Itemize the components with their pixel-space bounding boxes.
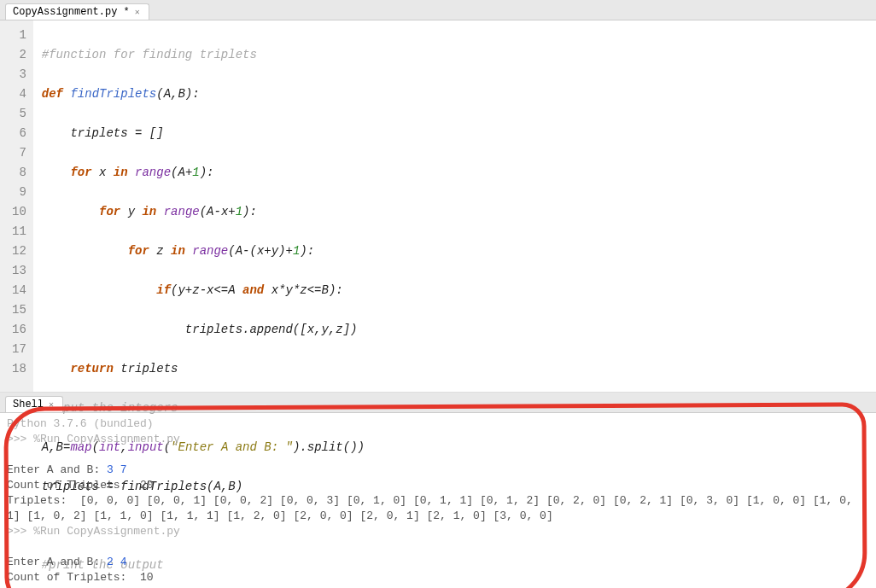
output-triplets: [0, 0, 0] [0, 0, 1] [0, 0, 2] [0, 0, 3] … (7, 494, 860, 522)
close-icon[interactable]: ✕ (49, 399, 54, 410)
editor-tabbar: CopyAssignment.py * ✕ (0, 0, 876, 20)
input-prompt: Enter A and B: (7, 556, 107, 568)
shell-output[interactable]: Python 3.7.6 (bundled) >>> %Run CopyAssi… (0, 413, 876, 588)
code-line: return triplets (42, 359, 365, 379)
line-no: 9 (12, 183, 26, 202)
run-command: %Run CopyAssignment.py (33, 433, 180, 445)
code-line: def findTriplets(A,B): (42, 84, 365, 104)
tab-label: CopyAssignment.py * (13, 6, 130, 18)
line-no: 11 (12, 222, 26, 242)
tab-label: Shell (13, 399, 44, 410)
line-no: 1 (12, 26, 26, 45)
code-line: for z in range(A-(x+y)+1): (42, 242, 365, 261)
line-no: 14 (12, 281, 26, 300)
close-icon[interactable]: ✕ (135, 7, 140, 17)
line-no: 15 (12, 300, 26, 320)
line-no: 16 (12, 320, 26, 340)
shell-panel: Python 3.7.6 (bundled) >>> %Run CopyAssi… (0, 413, 876, 588)
tab-editor-file[interactable]: CopyAssignment.py * ✕ (5, 3, 149, 20)
shell-prompt: >>> (7, 433, 33, 445)
line-gutter: 1 2 3 4 5 6 7 8 9 10 11 12 13 14 15 16 1… (0, 20, 33, 392)
code-line: if(y+z-x<=A and x*y*z<=B): (42, 281, 365, 300)
output-label: Triplets: (7, 494, 80, 507)
output-line: Count of Triplets: 20 (7, 479, 154, 492)
line-no: 7 (12, 143, 26, 163)
line-no: 3 (12, 65, 26, 84)
line-no: 13 (12, 261, 26, 281)
code-line: triplets = [] (42, 124, 365, 143)
user-input: 3 7 (107, 463, 126, 476)
line-no: 2 (12, 45, 26, 65)
line-no: 8 (12, 163, 26, 183)
output-line: Count of Triplets: 10 (7, 571, 154, 584)
code-line: #function for finding triplets (42, 45, 365, 65)
code-editor[interactable]: 1 2 3 4 5 6 7 8 9 10 11 12 13 14 15 16 1… (0, 20, 876, 393)
tab-shell[interactable]: Shell ✕ (5, 396, 63, 412)
line-no: 5 (12, 104, 26, 124)
python-version: Python 3.7.6 (bundled) (7, 417, 154, 430)
shell-prompt: >>> (7, 525, 33, 538)
code-line: for y in range(A-x+1): (42, 202, 365, 222)
line-no: 12 (12, 242, 26, 261)
line-no: 17 (12, 340, 26, 359)
line-no: 18 (12, 359, 26, 379)
input-prompt: Enter A and B: (7, 463, 107, 476)
run-command: %Run CopyAssignment.py (33, 525, 180, 538)
code-line: triplets.append([x,y,z]) (42, 320, 365, 340)
line-no: 10 (12, 202, 26, 222)
code-area[interactable]: #function for finding triplets def findT… (33, 20, 365, 392)
line-no: 4 (12, 84, 26, 104)
code-line: for x in range(A+1): (42, 163, 365, 183)
user-input: 2 4 (107, 556, 126, 568)
line-no: 6 (12, 124, 26, 143)
